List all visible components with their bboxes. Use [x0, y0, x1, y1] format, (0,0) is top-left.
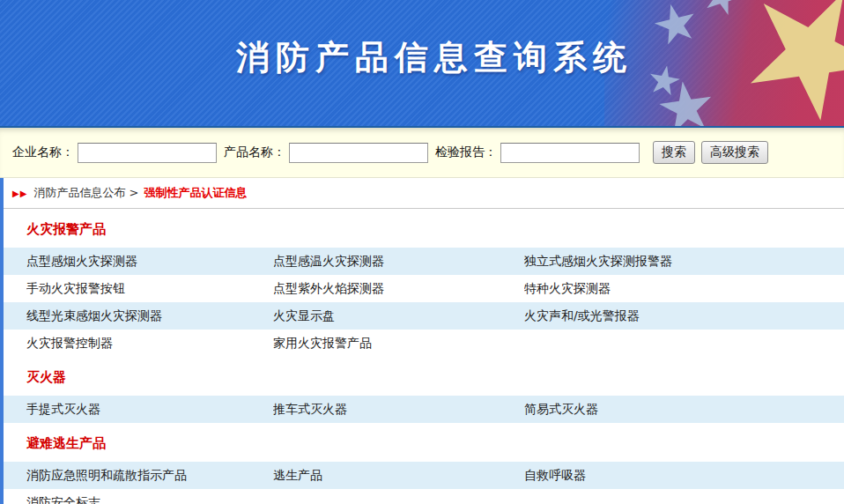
product-row: 消防安全标志 — [4, 489, 844, 504]
product-category-link[interactable]: 逃生产品 — [273, 462, 524, 489]
product-name-input[interactable] — [289, 143, 428, 163]
inspection-report-label: 检验报告： — [435, 145, 497, 160]
product-row: 点型感烟火灾探测器点型感温火灾探测器独立式感烟火灾探测报警器 — [4, 248, 844, 275]
china-flag-graphic — [604, 0, 844, 128]
product-category-link[interactable]: 火灾显示盘 — [273, 302, 524, 330]
breadcrumb-arrows-icon: ▶▶ — [12, 189, 27, 198]
product-category-link[interactable]: 特种火灾探测器 — [524, 275, 844, 302]
breadcrumb: ▶▶ 消防产品信息公布 > 强制性产品认证信息 — [4, 178, 844, 209]
section-title: 避难逃生产品 — [4, 423, 844, 462]
enterprise-name-group: 企业名称： — [12, 143, 217, 163]
product-category-link[interactable]: 消防应急照明和疏散指示产品 — [26, 462, 273, 489]
enterprise-name-label: 企业名称： — [12, 145, 74, 160]
main-content: ▶▶ 消防产品信息公布 > 强制性产品认证信息 火灾报警产品点型感烟火灾探测器点… — [0, 178, 844, 504]
page-title: 消防产品信息查询系统 — [236, 35, 633, 80]
section-title: 火灾报警产品 — [4, 209, 844, 248]
advanced-search-button[interactable]: 高级搜索 — [701, 141, 768, 164]
flag-small-star-icon — [698, 0, 746, 21]
section-title: 灭火器 — [4, 357, 844, 396]
product-category-link[interactable]: 点型感温火灾探测器 — [273, 248, 524, 275]
product-category-sections: 火灾报警产品点型感烟火灾探测器点型感温火灾探测器独立式感烟火灾探测报警器手动火灾… — [4, 209, 844, 504]
product-category-link[interactable]: 点型紫外火焰探测器 — [273, 275, 524, 302]
product-category-link[interactable]: 简易式灭火器 — [524, 396, 844, 423]
breadcrumb-root-link[interactable]: 消防产品信息公布 > — [33, 185, 138, 201]
product-row: 手提式灭火器推车式灭火器简易式灭火器 — [4, 396, 844, 423]
flag-small-star-icon — [646, 63, 683, 100]
product-row: 火灾报警控制器家用火灾报警产品 — [4, 330, 844, 357]
product-category-link[interactable]: 独立式感烟火灾探测报警器 — [524, 248, 844, 275]
empty-cell — [273, 489, 524, 504]
product-category-link[interactable]: 推车式灭火器 — [273, 396, 524, 423]
product-name-label: 产品名称： — [224, 145, 285, 160]
product-name-group: 产品名称： — [224, 143, 428, 163]
product-category-link[interactable]: 消防安全标志 — [26, 489, 273, 504]
flag-small-star-icon — [650, 0, 701, 50]
product-category-link[interactable]: 手提式灭火器 — [26, 396, 273, 423]
inspection-report-group: 检验报告： — [435, 143, 640, 163]
breadcrumb-current-page: 强制性产品认证信息 — [144, 185, 247, 201]
product-category-link[interactable]: 自救呼吸器 — [524, 462, 844, 489]
product-category-link[interactable]: 火灾报警控制器 — [26, 330, 273, 357]
product-category-link[interactable]: 点型感烟火灾探测器 — [26, 248, 273, 275]
product-category-link[interactable]: 火灾声和/或光警报器 — [524, 302, 844, 330]
product-category-link[interactable]: 手动火灾报警按钮 — [26, 275, 273, 302]
product-row: 消防应急照明和疏散指示产品逃生产品自救呼吸器 — [4, 462, 844, 489]
empty-cell — [524, 330, 844, 357]
search-bar: 企业名称： 产品名称： 检验报告： 搜索 高级搜索 — [0, 128, 844, 178]
empty-cell — [524, 489, 844, 504]
product-row: 手动火灾报警按钮点型紫外火焰探测器特种火灾探测器 — [4, 275, 844, 302]
flag-big-star-icon — [720, 0, 844, 128]
enterprise-name-input[interactable] — [78, 143, 217, 163]
top-banner: 消防产品信息查询系统 — [0, 0, 844, 128]
search-button[interactable]: 搜索 — [653, 141, 695, 164]
product-row: 线型光束感烟火灾探测器火灾显示盘火灾声和/或光警报器 — [4, 302, 844, 330]
product-category-link[interactable]: 线型光束感烟火灾探测器 — [26, 302, 273, 330]
inspection-report-input[interactable] — [500, 143, 640, 163]
product-category-link[interactable]: 家用火灾报警产品 — [273, 330, 524, 357]
